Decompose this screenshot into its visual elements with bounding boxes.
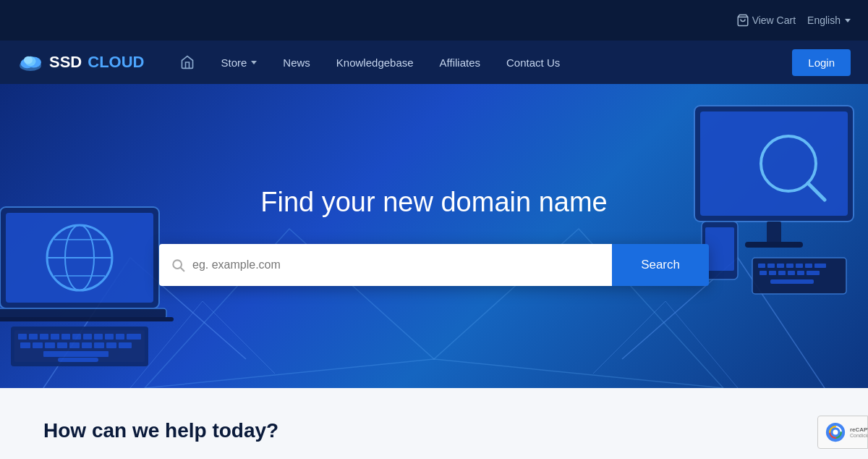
hero-title: Find your new domain name [260, 187, 607, 218]
svg-rect-62 [807, 271, 820, 275]
domain-search-input[interactable] [192, 258, 600, 271]
bottom-title: How can we help today? [43, 419, 278, 442]
hero-section: Find your new domain name Search [0, 84, 868, 388]
svg-rect-29 [127, 334, 141, 340]
recaptcha-conditions: Condiciones [850, 433, 868, 438]
svg-rect-19 [18, 334, 27, 340]
nav-contact-us[interactable]: Contact Us [493, 41, 573, 84]
svg-rect-49 [752, 258, 846, 294]
search-input-wrapper [159, 244, 612, 286]
svg-rect-50 [758, 264, 765, 268]
svg-rect-63 [770, 279, 814, 284]
svg-rect-54 [796, 264, 803, 268]
svg-rect-59 [778, 271, 786, 275]
svg-rect-53 [786, 264, 793, 268]
svg-rect-40 [58, 358, 98, 362]
cart-icon [736, 14, 749, 27]
svg-rect-31 [33, 342, 43, 348]
svg-rect-16 [0, 317, 174, 321]
svg-rect-45 [767, 222, 781, 243]
svg-rect-27 [105, 334, 114, 340]
store-chevron-icon [251, 61, 257, 64]
chevron-down-icon [845, 19, 851, 22]
view-cart-link[interactable]: View Cart [736, 14, 796, 27]
svg-rect-21 [40, 334, 48, 340]
svg-rect-34 [69, 342, 80, 348]
svg-rect-38 [119, 342, 132, 348]
svg-rect-30 [20, 342, 30, 348]
svg-rect-46 [745, 242, 803, 248]
svg-rect-52 [777, 264, 784, 268]
svg-rect-23 [61, 334, 70, 340]
search-icon [171, 258, 185, 272]
search-container: Search [159, 244, 709, 286]
svg-rect-28 [116, 334, 124, 340]
nav-bar: SSD CLOUD Store News Knowledgebase Affil… [0, 41, 868, 84]
svg-rect-39 [43, 351, 109, 357]
svg-rect-25 [83, 334, 92, 340]
svg-rect-15 [0, 308, 166, 319]
nav-news[interactable]: News [270, 41, 323, 84]
svg-rect-57 [760, 271, 767, 275]
logo-cloud: CLOUD [88, 53, 144, 72]
cloud-logo-icon [17, 49, 43, 75]
search-button[interactable]: Search [612, 244, 709, 286]
svg-rect-61 [797, 271, 804, 275]
svg-rect-51 [767, 264, 775, 268]
svg-rect-24 [72, 334, 81, 340]
view-cart-label: View Cart [752, 14, 796, 26]
recaptcha-badge: reCAPTCHA Condiciones [817, 416, 868, 449]
svg-rect-58 [769, 271, 776, 275]
svg-rect-20 [29, 334, 38, 340]
nav-store[interactable]: Store [208, 41, 270, 84]
language-label: English [807, 14, 841, 26]
svg-rect-37 [106, 342, 116, 348]
home-icon [180, 55, 195, 70]
nav-affiliates[interactable]: Affiliates [427, 41, 493, 84]
nav-knowledgebase[interactable]: Knowledgebase [323, 41, 427, 84]
bottom-section: How can we help today? [0, 388, 868, 459]
svg-rect-55 [805, 264, 812, 268]
logo-ssd: SSD [49, 53, 82, 72]
svg-rect-32 [45, 342, 55, 348]
nav-home[interactable] [167, 41, 208, 84]
language-selector[interactable]: English [807, 14, 851, 26]
svg-rect-33 [57, 342, 67, 348]
nav-links: Store News Knowledgebase Affiliates Cont… [167, 41, 792, 84]
svg-line-65 [181, 267, 184, 271]
svg-rect-48 [705, 227, 734, 271]
recaptcha-icon [825, 422, 846, 442]
login-button[interactable]: Login [792, 49, 851, 76]
top-bar: View Cart English [0, 0, 868, 41]
svg-rect-35 [82, 342, 92, 348]
svg-point-5 [24, 56, 33, 64]
logo-link[interactable]: SSD CLOUD [17, 49, 144, 75]
svg-point-67 [833, 430, 838, 435]
svg-rect-60 [788, 271, 795, 275]
svg-rect-22 [51, 334, 59, 340]
recaptcha-label: reCAPTCHA [850, 426, 868, 433]
svg-rect-26 [94, 334, 103, 340]
svg-rect-36 [94, 342, 104, 348]
svg-rect-56 [814, 264, 826, 268]
